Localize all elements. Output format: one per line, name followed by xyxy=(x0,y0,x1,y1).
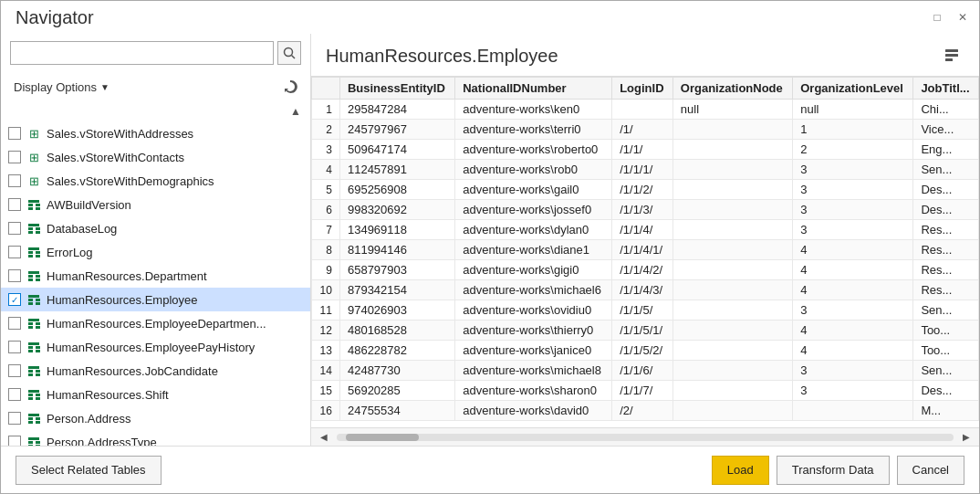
scroll-left-arrow[interactable]: ◀ xyxy=(315,430,333,445)
tree-item-DatabaseLog[interactable]: DatabaseLog xyxy=(1,216,310,240)
window-title: Navigator xyxy=(16,7,94,28)
tree-item-label: Sales.vStoreWithDemographics xyxy=(47,174,214,188)
scroll-thumb[interactable] xyxy=(346,434,419,441)
table-cell: 10 xyxy=(312,280,340,300)
tree-item-HumanResourcesEmployeeDepartment[interactable]: HumanResources.EmployeeDepartmen... xyxy=(1,311,310,335)
table-cell: adventure-works\gigi0 xyxy=(455,260,612,280)
tree-item-PersonAddressType[interactable]: Person.AddressType xyxy=(1,430,310,446)
search-button[interactable] xyxy=(277,41,301,65)
tree-item-HumanResourcesEmployee[interactable]: HumanResources.Employee xyxy=(1,288,310,311)
horizontal-scrollbar[interactable]: ◀ ▶ xyxy=(311,427,979,446)
table-row[interactable]: 1442487730adventure-works\michael8/1/1/6… xyxy=(312,361,979,381)
title-bar: Navigator □ ✕ xyxy=(1,1,979,34)
table-row[interactable]: 3509647174adventure-works\roberto0/1/1/2… xyxy=(312,140,979,160)
close-button[interactable]: ✕ xyxy=(954,8,972,26)
tree-item-checkbox[interactable] xyxy=(8,151,21,163)
minimize-button[interactable]: □ xyxy=(928,8,946,26)
tree-item-checkbox[interactable] xyxy=(8,222,21,235)
table-cell: 295847284 xyxy=(339,100,454,120)
preview-options-button[interactable] xyxy=(939,43,964,68)
tree-item-HumanResourcesJobCandidate[interactable]: HumanResources.JobCandidate xyxy=(1,359,310,383)
scroll-right-arrow[interactable]: ▶ xyxy=(957,430,975,445)
view-icon: ⊞ xyxy=(25,173,43,188)
table-cell: adventure-works\thierry0 xyxy=(455,321,612,341)
table-row[interactable]: 1295847284adventure-works\ken0nullnullCh… xyxy=(312,100,979,120)
table-cell: 3 xyxy=(793,361,913,381)
tree-item-checkbox[interactable] xyxy=(8,174,21,187)
data-table-container[interactable]: BusinessEntityIDNationalIDNumberLoginIDO… xyxy=(311,76,979,427)
table-icon xyxy=(25,340,43,354)
tree-scroll-area[interactable]: ▲ ⊞Sales.vStoreWithAddresses⊞Sales.vStor… xyxy=(1,103,310,446)
tree-item-ErrorLog[interactable]: ErrorLog xyxy=(1,240,310,264)
search-input[interactable] xyxy=(10,41,274,65)
tree-item-checkbox[interactable] xyxy=(8,364,21,377)
table-cell: 4 xyxy=(793,240,913,260)
table-row[interactable]: 10879342154adventure-works\michael6/1/1/… xyxy=(312,280,979,300)
table-row[interactable]: 13486228782adventure-works\janice0/1/1/5… xyxy=(312,341,979,361)
table-cell: 3 xyxy=(793,220,913,240)
table-cell xyxy=(612,100,673,120)
scroll-track[interactable] xyxy=(337,434,954,441)
tree-item-HumanResourcesShift[interactable]: HumanResources.Shift xyxy=(1,383,310,406)
select-related-tables-button[interactable]: Select Related Tables xyxy=(16,456,162,485)
load-button[interactable]: Load xyxy=(712,456,769,485)
tree-item-SalesStoreWithContacts[interactable]: ⊞Sales.vStoreWithContacts xyxy=(1,145,310,169)
table-cell: 11 xyxy=(312,300,340,321)
table-cell: /1/1/6/ xyxy=(612,361,673,381)
table-cell: 658797903 xyxy=(339,260,454,280)
display-options-button[interactable]: Display Options ▼ xyxy=(10,79,113,96)
navigator-window: Navigator □ ✕ Display Option xyxy=(0,0,980,494)
tree-item-HumanResourcesEmployeePayHistory[interactable]: HumanResources.EmployeePayHistory xyxy=(1,335,310,359)
cancel-button[interactable]: Cancel xyxy=(897,456,964,485)
table-cell: 13 xyxy=(312,341,340,361)
column-header[interactable]: JobTitl... xyxy=(913,78,979,100)
table-icon xyxy=(28,414,40,424)
tree-item-label: Sales.vStoreWithAddresses xyxy=(47,127,193,141)
table-row[interactable]: 11974026903adventure-works\ovidiu0/1/1/5… xyxy=(312,300,979,321)
tree-item-label: AWBuildVersion xyxy=(47,198,131,212)
footer: Select Related Tables Load Transform Dat… xyxy=(1,446,979,493)
column-header[interactable]: NationalIDNumber xyxy=(455,78,612,100)
chevron-down-icon: ▼ xyxy=(100,82,109,92)
table-row[interactable]: 7134969118adventure-works\dylan0/1/1/4/3… xyxy=(312,220,979,240)
tree-item-checkbox[interactable] xyxy=(8,317,21,330)
svg-rect-4 xyxy=(945,58,953,61)
tree-item-SalesStoreWithDemographics[interactable]: ⊞Sales.vStoreWithDemographics xyxy=(1,169,310,193)
tree-item-checkbox[interactable] xyxy=(8,198,21,211)
tree-item-checkbox[interactable] xyxy=(8,436,21,446)
scroll-up-arrow[interactable]: ▲ xyxy=(285,103,307,120)
column-header[interactable] xyxy=(312,78,340,100)
table-row[interactable]: 8811994146adventure-works\diane1/1/1/4/1… xyxy=(312,240,979,260)
table-icon xyxy=(28,295,40,305)
table-row[interactable]: 1624755534adventure-works\david0/2/M... xyxy=(312,401,979,421)
tree-item-checkbox[interactable] xyxy=(8,127,21,140)
table-cell: 2 xyxy=(793,140,913,160)
column-header[interactable]: OrganizationNode xyxy=(672,78,792,100)
tree-item-checkbox[interactable] xyxy=(8,269,21,282)
tree-item-label: ErrorLog xyxy=(47,246,93,259)
refresh-button[interactable] xyxy=(279,76,301,98)
tree-item-checkbox[interactable] xyxy=(8,388,21,401)
column-header[interactable]: BusinessEntityID xyxy=(339,78,454,100)
tree-item-SalesStoreWithAddresses[interactable]: ⊞Sales.vStoreWithAddresses xyxy=(1,121,310,145)
table-row[interactable]: 12480168528adventure-works\thierry0/1/1/… xyxy=(312,321,979,341)
view-icon: ⊞ xyxy=(29,127,39,141)
column-header[interactable]: LoginID xyxy=(612,78,673,100)
tree-item-checkbox[interactable] xyxy=(8,293,21,306)
tree-item-checkbox[interactable] xyxy=(8,412,21,425)
tree-item-checkbox[interactable] xyxy=(8,246,21,258)
table-row[interactable]: 5695256908adventure-works\gail0/1/1/2/3D… xyxy=(312,180,979,200)
table-row[interactable]: 4112457891adventure-works\rob0/1/1/1/3Se… xyxy=(312,160,979,180)
preview-panel: HumanResources.Employee BusinessEntityID… xyxy=(311,34,979,446)
table-row[interactable]: 9658797903adventure-works\gigi0/1/1/4/2/… xyxy=(312,260,979,280)
tree-item-checkbox[interactable] xyxy=(8,341,21,353)
column-header[interactable]: OrganizationLevel xyxy=(793,78,913,100)
tree-item-HumanResourcesDepartment[interactable]: HumanResources.Department xyxy=(1,264,310,288)
tree-item-PersonAddress[interactable]: Person.Address xyxy=(1,406,310,430)
table-row[interactable]: 6998320692adventure-works\jossef0/1/1/3/… xyxy=(312,200,979,220)
table-row[interactable]: 1556920285adventure-works\sharon0/1/1/7/… xyxy=(312,381,979,401)
table-row[interactable]: 2245797967adventure-works\terri0/1/1Vice… xyxy=(312,120,979,140)
transform-data-button[interactable]: Transform Data xyxy=(777,456,890,485)
tree-item-AWBuildVersion[interactable]: AWBuildVersion xyxy=(1,193,310,216)
table-cell: /1/1/5/2/ xyxy=(612,341,673,361)
